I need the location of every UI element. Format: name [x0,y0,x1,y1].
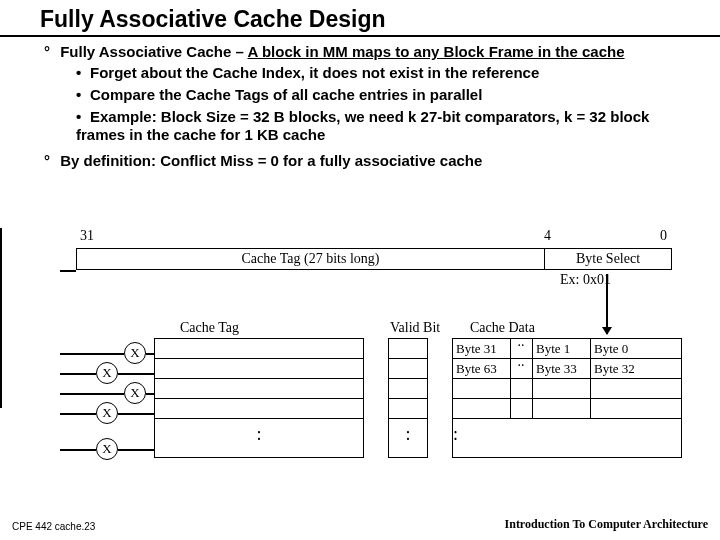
table-row [155,359,363,379]
bullet1-underline: A block in MM maps to any Block Frame in… [247,43,624,60]
bullet-2: ° By definition: Conflict Miss = 0 for a… [44,152,700,169]
cmp-to-tag-line [118,449,154,451]
comparator-icon: X [124,382,146,404]
sub-bullet-2: •Compare the Cache Tags of all cache ent… [76,86,700,104]
cell-dots: ·· [511,359,533,378]
table-row: Byte 31 ·· Byte 1 Byte 0 [453,339,681,359]
header-validbit: Valid Bit [390,320,440,336]
tag-line [60,393,124,395]
sub-bullet-1: •Forget about the Cache Index, it does n… [76,64,700,82]
cell: Byte 1 [533,339,591,358]
bit-lo: 0 [660,228,667,244]
address-box: Cache Tag (27 bits long) Byte Select [76,248,672,270]
table-row [389,399,427,419]
footer-left: CPE 442 cache.23 [12,521,95,532]
table-row-colon: : [389,419,427,457]
example-label: Ex: 0x01 [560,272,611,288]
tag-line [60,353,124,355]
addr-tag-field: Cache Tag (27 bits long) [77,249,545,269]
table-row-colon: : [155,419,363,457]
table-row [389,339,427,359]
comparator-icon: X [96,438,118,460]
footer-right: Introduction To Computer Architecture [505,517,708,532]
sub-bullet-3: •Example: Block Size = 32 B blocks, we n… [76,108,700,144]
comparator-icon: X [96,402,118,424]
bit-hi: 31 [80,228,94,244]
tag-line [60,449,96,451]
cache-diagram: 31 4 0 Cache Tag (27 bits long) Byte Sel… [0,228,720,508]
table-row [155,379,363,399]
byteselect-arrow [606,274,608,334]
cachedata-table: Byte 31 ·· Byte 1 Byte 0 Byte 63 ·· Byte… [452,338,682,458]
bit-mid: 4 [544,228,551,244]
table-row: Byte 63 ·· Byte 33 Byte 32 [453,359,681,379]
header-cachetag: Cache Tag [180,320,239,336]
table-row-colon: : [453,419,681,457]
header-cachedata: Cache Data [470,320,535,336]
slide-title: Fully Associative Cache Design [0,0,720,37]
cmp-to-tag-line [146,393,154,395]
cell: Byte 31 [453,339,511,358]
addr-byteselect-field: Byte Select [545,249,671,269]
cell: Byte 0 [591,339,681,358]
cmp-to-tag-line [118,373,154,375]
cell: Byte 32 [591,359,681,378]
tag-vertical-line [0,228,2,408]
tag-line [60,373,96,375]
table-row [453,379,681,399]
cell: Byte 33 [533,359,591,378]
tag-addr-connect [60,270,76,272]
comparator-icon: X [96,362,118,384]
bullet1-prefix: Fully Associative Cache – [60,43,247,60]
cell: Byte 63 [453,359,511,378]
table-row [155,339,363,359]
cmp-to-tag-line [118,413,154,415]
table-row [389,379,427,399]
tag-line [60,413,96,415]
cell-dots: ·· [511,339,533,358]
table-row [389,359,427,379]
cmp-to-tag-line [146,353,154,355]
table-row [453,399,681,419]
cachetag-table: : [154,338,364,458]
table-row [155,399,363,419]
bullet-1: ° Fully Associative Cache – A block in M… [44,43,700,144]
comparator-icon: X [124,342,146,364]
slide-content: ° Fully Associative Cache – A block in M… [0,43,720,169]
validbit-table: : [388,338,428,458]
